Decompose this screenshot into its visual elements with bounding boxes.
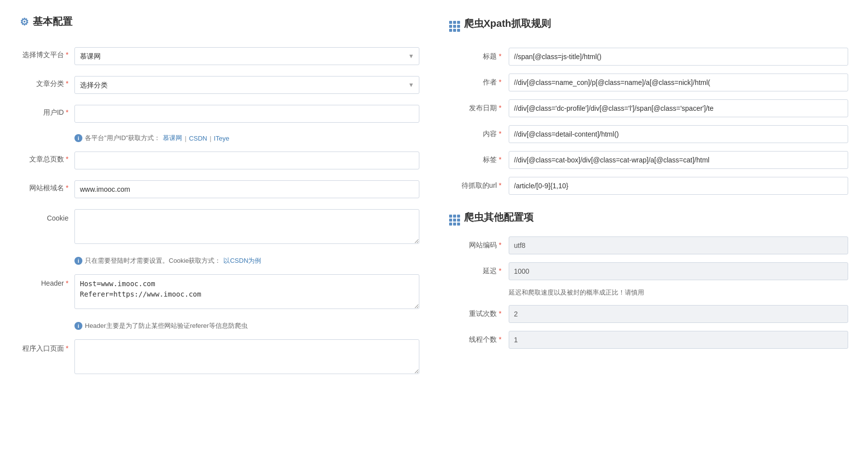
csdn-cookie-link[interactable]: 以CSDN为例 [223, 256, 261, 265]
xpath-author-label: 作者 * [449, 78, 509, 87]
domain-row: 网站根域名 * www.imooc.com [20, 180, 419, 198]
user-id-hint-icon: i [74, 134, 82, 142]
xpath-title-row: 标题 * //span[@class=js-title]/html() [449, 48, 849, 66]
xpath-title: 爬虫Xpath抓取规则 [449, 15, 849, 37]
xpath-tags-row: 标签 * [449, 151, 849, 169]
header-hint-row: i Header主要是为了防止某些网站验证referer等信息防爬虫 [20, 321, 419, 330]
xpath-date-label: 发布日期 * [449, 104, 509, 113]
other-grid-icon [449, 209, 460, 226]
category-select-wrap: 选择分类 ▼ [74, 76, 419, 94]
header-row: Header * Host=www.imooc.com Referer=http… [20, 274, 419, 310]
user-id-label: 用户ID * [20, 105, 74, 117]
page-container: ⚙ 基本配置 选择博文平台 * 慕课网 CSDN ITeye ▼ [0, 0, 868, 401]
threads-input[interactable] [509, 331, 849, 349]
category-select[interactable]: 选择分类 [74, 76, 419, 94]
xpath-crawl-url-row: 待抓取的url * [449, 177, 849, 195]
category-label: 文章分类 * [20, 76, 74, 88]
entry-page-textarea[interactable] [74, 339, 419, 374]
category-row: 文章分类 * 选择分类 ▼ [20, 76, 419, 94]
header-hint-icon: i [74, 322, 82, 330]
domain-input[interactable]: www.imooc.com [74, 180, 419, 198]
mooc-link[interactable]: 慕课网 [163, 134, 182, 143]
delay-hint-row: 延迟和爬取速度以及被封的概率成正比！请慎用 [449, 288, 849, 297]
cookie-textarea[interactable] [74, 209, 419, 244]
xpath-content-row: 内容 * [449, 125, 849, 143]
cookie-hint-row: i 只在需要登陆时才需要设置。Cookie获取方式： 以CSDN为例 [20, 256, 419, 265]
header-label: Header * [20, 274, 74, 287]
threads-row: 线程个数 * [449, 331, 849, 349]
user-id-input[interactable] [74, 105, 419, 123]
xpath-crawl-url-input[interactable] [509, 177, 849, 195]
basic-config-title: ⚙ 基本配置 [20, 15, 419, 33]
encoding-row: 网站编码 * [449, 236, 849, 254]
retry-row: 重试次数 * [449, 305, 849, 323]
gear-icon: ⚙ [20, 16, 29, 28]
other-config-title: 爬虫其他配置项 [449, 209, 849, 226]
xpath-title-input[interactable]: //span[@class=js-title]/html() [509, 48, 849, 66]
platform-row: 选择博文平台 * 慕课网 CSDN ITeye ▼ [20, 47, 419, 65]
xpath-author-row: 作者 * [449, 74, 849, 91]
threads-label: 线程个数 * [449, 335, 509, 344]
retry-input[interactable] [509, 305, 849, 323]
platform-select[interactable]: 慕课网 CSDN ITeye [74, 47, 419, 65]
total-pages-input[interactable] [74, 152, 419, 169]
header-textarea[interactable]: Host=www.imooc.com Referer=https://www.i… [74, 274, 419, 309]
encoding-input[interactable] [509, 236, 849, 254]
entry-page-label: 程序入口页面 * [20, 339, 74, 353]
user-id-hint-row: i 各平台"用户ID"获取方式： 慕课网 | CSDN | ITeye [20, 134, 419, 143]
entry-page-row: 程序入口页面 * [20, 339, 419, 376]
xpath-grid-icon [449, 15, 460, 32]
delay-input[interactable] [509, 262, 849, 280]
user-id-row: 用户ID * [20, 105, 419, 123]
platform-label: 选择博文平台 * [20, 47, 74, 60]
platform-select-wrap: 慕课网 CSDN ITeye ▼ [74, 47, 419, 65]
delay-hint-text: 延迟和爬取速度以及被封的概率成正比！请慎用 [509, 288, 849, 297]
xpath-title-label: 标题 * [449, 52, 509, 61]
xpath-content-label: 内容 * [449, 130, 509, 139]
xpath-date-row: 发布日期 * [449, 99, 849, 117]
delay-label: 延迟 * [449, 267, 509, 276]
total-pages-label: 文章总页数 * [20, 152, 74, 164]
right-panel: 爬虫Xpath抓取规则 标题 * //span[@class=js-title]… [449, 15, 849, 387]
encoding-label: 网站编码 * [449, 241, 509, 250]
iteye-link[interactable]: ITeye [214, 135, 229, 142]
xpath-crawl-url-label: 待抓取的url * [449, 181, 509, 190]
cookie-label: Cookie [20, 209, 74, 222]
xpath-author-input[interactable] [509, 74, 849, 91]
left-panel: ⚙ 基本配置 选择博文平台 * 慕课网 CSDN ITeye ▼ [20, 15, 419, 387]
retry-label: 重试次数 * [449, 309, 509, 318]
cookie-hint-icon: i [74, 257, 82, 265]
xpath-date-input[interactable] [509, 99, 849, 117]
xpath-tags-input[interactable] [509, 151, 849, 169]
xpath-content-input[interactable] [509, 125, 849, 143]
csdn-link[interactable]: CSDN [189, 135, 207, 142]
xpath-tags-label: 标签 * [449, 155, 509, 164]
delay-row: 延迟 * [449, 262, 849, 280]
cookie-row: Cookie [20, 209, 419, 245]
total-pages-row: 文章总页数 * [20, 152, 419, 169]
domain-label: 网站根域名 * [20, 180, 74, 193]
